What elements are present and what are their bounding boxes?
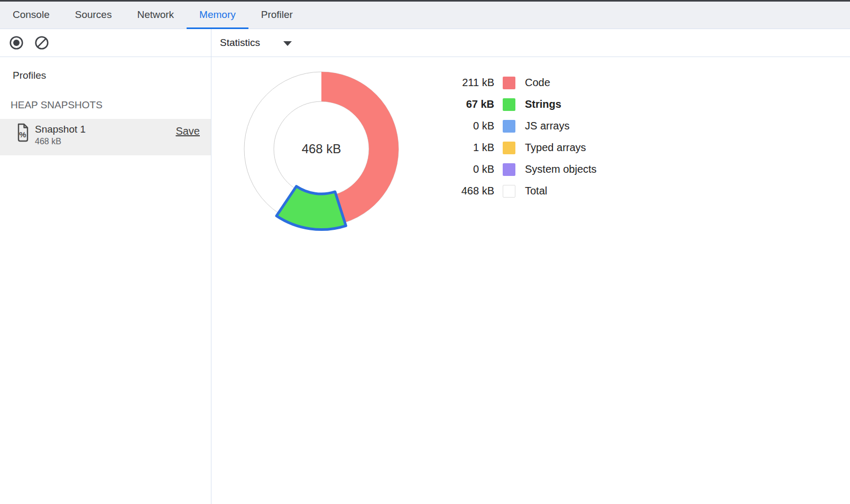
- legend-row-strings: 67 kBStrings: [449, 94, 597, 115]
- save-snapshot-link[interactable]: Save: [175, 125, 200, 137]
- tab-memory[interactable]: Memory: [187, 2, 248, 29]
- sidebar-divider: [211, 29, 211, 504]
- chevron-down-icon: [283, 41, 292, 46]
- legend-label: JS arrays: [525, 120, 569, 132]
- legend-swatch: [503, 98, 515, 111]
- tab-console[interactable]: Console: [0, 2, 62, 29]
- legend-label: Typed arrays: [525, 142, 586, 154]
- legend-label: Strings: [525, 98, 561, 110]
- legend-swatch: [503, 185, 515, 198]
- legend-swatch: [503, 120, 515, 133]
- tab-profiler[interactable]: Profiler: [248, 2, 306, 29]
- sidebar-item-snapshot-1[interactable]: % Snapshot 1 468 kB Save: [0, 119, 211, 155]
- legend-swatch: [503, 142, 515, 154]
- legend-row-typed-arrays: 1 kBTyped arrays: [449, 137, 597, 158]
- heap-snapshots-heading: HEAP SNAPSHOTS: [11, 99, 103, 111]
- legend-swatch: [503, 163, 515, 176]
- legend-value: 1 kB: [449, 142, 494, 154]
- chart-legend: 211 kBCode67 kBStrings0 kBJS arrays1 kBT…: [449, 72, 597, 202]
- legend-row-total: 468 kBTotal: [449, 180, 597, 202]
- donut-center-label: 468 kB: [302, 142, 341, 156]
- legend-row-js-arrays: 0 kBJS arrays: [449, 115, 597, 137]
- snapshot-name: Snapshot 1: [35, 124, 86, 135]
- legend-value: 0 kB: [449, 120, 494, 132]
- svg-text:%: %: [19, 130, 26, 139]
- record-button[interactable]: [8, 35, 24, 51]
- legend-value: 67 kB: [449, 98, 494, 110]
- legend-label: System objects: [525, 163, 597, 175]
- legend-label: Total: [525, 185, 547, 197]
- legend-row-system-objects: 0 kBSystem objects: [449, 158, 597, 180]
- perspective-dropdown[interactable]: Statistics: [220, 37, 292, 49]
- profiles-heading: Profiles: [13, 70, 46, 81]
- profiles-toolbar: [0, 29, 211, 57]
- memory-donut-chart[interactable]: 468 kB: [233, 61, 410, 238]
- legend-row-code: 211 kBCode: [449, 72, 597, 94]
- legend-swatch: [503, 77, 515, 89]
- perspective-dropdown-label: Statistics: [220, 37, 260, 49]
- tab-network[interactable]: Network: [124, 2, 187, 29]
- clear-profiles-button[interactable]: [34, 35, 50, 51]
- snapshot-size: 468 kB: [35, 137, 61, 146]
- view-toolbar: Statistics: [211, 29, 850, 57]
- tab-sources[interactable]: Sources: [62, 2, 125, 29]
- devtools-tab-bar: ConsoleSourcesNetworkMemoryProfiler: [0, 2, 850, 29]
- heap-snapshot-icon: %: [15, 123, 30, 142]
- legend-label: Code: [525, 77, 550, 89]
- legend-value: 468 kB: [449, 185, 494, 197]
- donut-slice-strings[interactable]: [276, 186, 346, 230]
- legend-value: 0 kB: [449, 163, 494, 175]
- legend-value: 211 kB: [449, 77, 494, 89]
